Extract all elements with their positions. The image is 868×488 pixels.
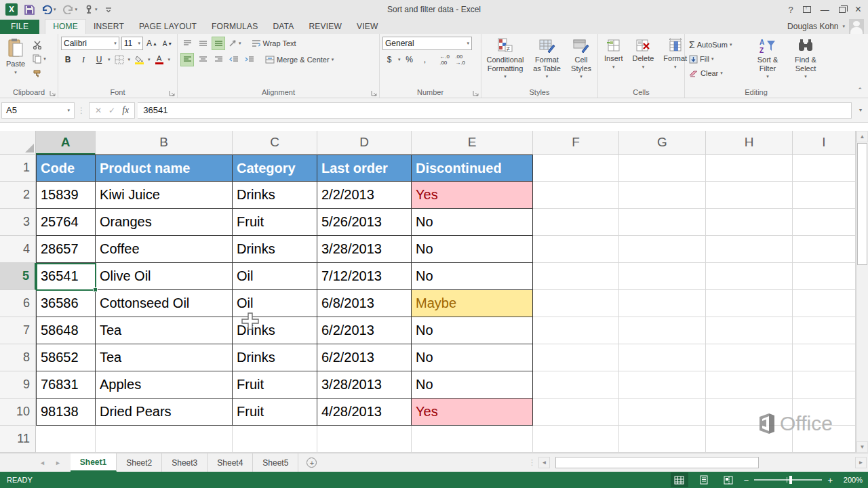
autosum-button[interactable]: Σ AutoSum ▾: [688, 39, 747, 51]
zoom-in-icon[interactable]: +: [827, 475, 833, 485]
cell-F1[interactable]: [533, 155, 619, 182]
cell-H6[interactable]: [706, 290, 793, 317]
cell-I3[interactable]: [793, 209, 856, 236]
font-dialog-launcher[interactable]: [169, 90, 175, 96]
row-header-8[interactable]: 8: [0, 344, 36, 371]
tab-insert[interactable]: INSERT: [86, 20, 132, 34]
cell-H5[interactable]: [706, 263, 793, 290]
row-header-1[interactable]: 1: [0, 155, 36, 182]
font-size-combo[interactable]: 11▾: [121, 37, 143, 50]
font-color-dropdown-icon[interactable]: ▾: [168, 57, 171, 62]
column-header-G[interactable]: G: [619, 131, 706, 155]
cell-B4[interactable]: Coffee: [96, 236, 233, 263]
cell-G3[interactable]: [619, 209, 706, 236]
cell-C4[interactable]: Drinks: [233, 236, 317, 263]
cell-I1[interactable]: [793, 155, 856, 182]
cell-G4[interactable]: [619, 236, 706, 263]
tab-file[interactable]: FILE: [0, 20, 39, 34]
row-header-7[interactable]: 7: [0, 317, 36, 344]
cell-E5[interactable]: No: [412, 263, 533, 290]
tab-sheet2[interactable]: Sheet2: [117, 453, 162, 472]
cell-F9[interactable]: [533, 371, 619, 399]
cell-E1[interactable]: Discontinued: [412, 155, 533, 182]
cell-C8[interactable]: Drinks: [233, 344, 317, 371]
align-right-button[interactable]: [212, 53, 225, 66]
row-header-11[interactable]: 11: [0, 426, 36, 453]
column-header-B[interactable]: B: [96, 131, 233, 155]
cell-D5[interactable]: 7/12/2013: [317, 263, 412, 290]
cell-D10[interactable]: 4/28/2013: [317, 399, 412, 426]
zoom-slider[interactable]: [754, 479, 822, 481]
tab-page-layout[interactable]: PAGE LAYOUT: [132, 20, 204, 34]
cell-A9[interactable]: 76831: [36, 371, 96, 399]
cell-F3[interactable]: [533, 209, 619, 236]
scroll-down-icon[interactable]: ▼: [856, 441, 868, 453]
cell-I2[interactable]: [793, 182, 856, 209]
cell-B3[interactable]: Oranges: [96, 209, 233, 236]
cell-D1[interactable]: Last order: [317, 155, 412, 182]
delete-cells-button[interactable]: Delete ▾: [629, 37, 658, 87]
column-header-C[interactable]: C: [233, 131, 317, 155]
cell-E2[interactable]: Yes: [412, 182, 533, 209]
underline-button[interactable]: U: [92, 53, 106, 66]
tab-review[interactable]: REVIEW: [301, 20, 349, 34]
cell-B9[interactable]: Apples: [96, 371, 233, 399]
tab-sheet1[interactable]: Sheet1: [71, 453, 117, 472]
cell-styles-button[interactable]: Cell Styles ▾: [568, 37, 595, 87]
ribbon-display-options-icon[interactable]: [803, 6, 811, 13]
scroll-right-icon[interactable]: ►: [855, 457, 867, 468]
cell-A4[interactable]: 28657: [36, 236, 96, 263]
cell-D11[interactable]: [317, 426, 412, 453]
cell-H2[interactable]: [706, 182, 793, 209]
cell-I5[interactable]: [793, 263, 856, 290]
cell-A5[interactable]: 36541: [36, 263, 96, 290]
normal-view-button[interactable]: [671, 472, 688, 487]
vertical-scroll-thumb[interactable]: [857, 143, 867, 265]
cell-D2[interactable]: 2/2/2013: [317, 182, 412, 209]
comma-style-button[interactable]: ,: [418, 53, 432, 66]
cell-F7[interactable]: [533, 317, 619, 344]
cell-I7[interactable]: [793, 317, 856, 344]
row-header-5[interactable]: 5: [0, 263, 36, 290]
merge-center-button[interactable]: Merge & Center ▾: [264, 54, 335, 66]
clipboard-dialog-launcher[interactable]: [50, 90, 56, 96]
underline-dropdown-icon[interactable]: ▾: [108, 57, 111, 62]
number-format-combo[interactable]: General▾: [382, 37, 472, 50]
cell-E6[interactable]: Maybe: [412, 290, 533, 317]
minimize-button[interactable]: —: [821, 5, 829, 15]
new-sheet-button[interactable]: +: [298, 453, 325, 472]
cell-A8[interactable]: 58652: [36, 344, 96, 371]
cell-D3[interactable]: 5/26/2013: [317, 209, 412, 236]
fill-button[interactable]: Fill ▾: [688, 53, 747, 65]
cell-F2[interactable]: [533, 182, 619, 209]
cell-B1[interactable]: Product name: [96, 155, 233, 182]
conditional-formatting-button[interactable]: ≠ Conditional Formatting ▾: [484, 37, 526, 87]
prev-sheet-icon[interactable]: ◄: [39, 460, 45, 466]
cell-H8[interactable]: [706, 344, 793, 371]
bold-button[interactable]: B: [61, 53, 75, 66]
horizontal-scroll-thumb[interactable]: [555, 457, 759, 468]
cell-H4[interactable]: [706, 236, 793, 263]
row-header-3[interactable]: 3: [0, 209, 36, 236]
cell-G11[interactable]: [619, 426, 706, 453]
sort-filter-button[interactable]: AZ Sort & Filter ▾: [750, 37, 785, 87]
tab-sheet4[interactable]: Sheet4: [208, 453, 253, 472]
cell-H9[interactable]: [706, 371, 793, 399]
cell-D6[interactable]: 6/8/2013: [317, 290, 412, 317]
tab-data[interactable]: DATA: [265, 20, 301, 34]
cell-D4[interactable]: 3/28/2013: [317, 236, 412, 263]
wrap-text-button[interactable]: Wrap Text: [250, 37, 298, 49]
close-button[interactable]: ×: [855, 3, 861, 16]
help-button[interactable]: ?: [788, 5, 793, 15]
vertical-scrollbar[interactable]: ▲ ▼: [856, 131, 868, 453]
cell-B5[interactable]: Olive Oil: [96, 263, 233, 290]
cell-I8[interactable]: [793, 344, 856, 371]
zoom-out-icon[interactable]: −: [744, 475, 749, 485]
zoom-level[interactable]: 200%: [840, 476, 863, 484]
scroll-up-icon[interactable]: ▲: [856, 131, 868, 142]
format-painter-button[interactable]: [31, 67, 47, 79]
cell-F6[interactable]: [533, 290, 619, 317]
formula-bar-expand-icon[interactable]: ▾: [854, 107, 867, 113]
font-color-button[interactable]: A: [153, 53, 166, 66]
cell-D7[interactable]: 6/2/2013: [317, 317, 412, 344]
